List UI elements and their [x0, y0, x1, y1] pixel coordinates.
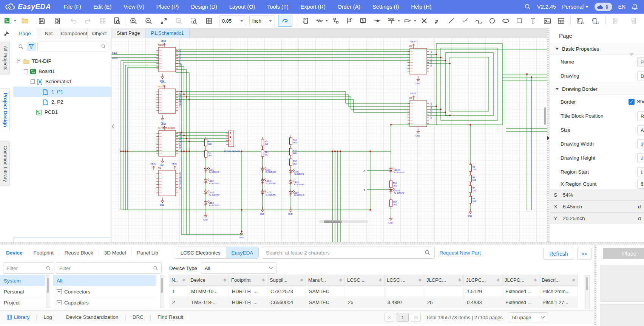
power-vcc-button[interactable]: VCC — [386, 15, 397, 26]
language-switch[interactable]: EN — [618, 4, 625, 10]
region-start-select[interactable]: L — [637, 167, 644, 177]
account-menu[interactable]: Personal — [562, 4, 588, 10]
x-region-count-input[interactable]: 6 — [637, 179, 644, 189]
col-header-5[interactable]: LCSC ... — [345, 275, 385, 286]
new-design-caret[interactable] — [14, 20, 16, 22]
port-flag-button[interactable] — [402, 15, 414, 26]
gnd-flag[interactable] — [289, 207, 292, 212]
place-net-port-button[interactable] — [330, 15, 341, 26]
resistor-R19[interactable] — [290, 135, 292, 147]
section-drawing-border[interactable]: Drawing Border — [550, 83, 644, 95]
panel-tab-page[interactable]: Page — [13, 28, 37, 39]
gnd-flag[interactable] — [389, 216, 392, 220]
rail-tab-all-projects[interactable]: All Projects — [0, 42, 10, 75]
dock-tab-panel-lib[interactable]: Panel Lib — [131, 250, 163, 256]
tree-item-2-p2[interactable]: 2. P2 — [13, 97, 111, 107]
draw-bezier-button[interactable] — [473, 15, 484, 26]
port-flag-caret[interactable] — [414, 20, 416, 22]
grid-settings-button[interactable] — [203, 15, 215, 26]
resistor-R5[interactable] — [469, 162, 472, 174]
bottom-tab-drc[interactable]: DRC — [126, 314, 151, 320]
open-folder-button[interactable] — [19, 15, 31, 26]
vbus-flag[interactable] — [174, 166, 176, 170]
col-header-0[interactable]: N.. — [169, 275, 188, 286]
dock-tab-reuse-block[interactable]: Reuse Block — [59, 250, 99, 256]
expand-dock-button[interactable]: >> — [577, 248, 591, 260]
schematic-canvas[interactable]: REG-ASN74HC161N(LX)REG-BSN74HC161N(LX)OU… — [111, 38, 547, 242]
request-new-part-link[interactable]: Request New Part — [439, 250, 481, 256]
bottom-tab-device-standardization[interactable]: Device Standardization — [59, 314, 126, 320]
menu-design[interactable]: Design (D) — [185, 4, 223, 10]
gnd-flag[interactable] — [161, 115, 164, 120]
draw-arc-button[interactable] — [459, 15, 471, 26]
title-block-select[interactable]: R — [637, 111, 644, 121]
resistor-R17[interactable] — [390, 197, 392, 209]
menu-export[interactable]: Export (R) — [295, 4, 332, 10]
source-tab-lcsc-electronics[interactable]: LCSC Electronics — [175, 247, 226, 258]
easyeda-logo[interactable]: EasyEDA — [0, 3, 58, 11]
tree-item-pcb1[interactable]: PCB1 — [13, 107, 111, 117]
tree-expand-toggle[interactable] — [24, 69, 28, 73]
place-button[interactable]: Place — [603, 248, 644, 259]
bottom-tab-log[interactable]: Log — [37, 314, 59, 320]
fit-screen-button[interactable] — [158, 15, 169, 26]
annotate-symbol-button[interactable]: 1↓ — [590, 15, 601, 26]
col-header-1[interactable]: Device — [188, 275, 229, 286]
tree-item-td4-dip[interactable]: TD4-DIP — [13, 56, 111, 66]
col-header-7[interactable]: JLCPC... — [424, 275, 464, 286]
gnd-flag[interactable] — [469, 209, 472, 214]
last-page-button[interactable]: >| — [411, 313, 421, 322]
vbus-flag[interactable] — [412, 96, 415, 100]
find-component-button[interactable] — [111, 15, 123, 26]
zoom-area-button[interactable] — [188, 15, 199, 26]
class-capacitors[interactable]: Capacitors — [53, 297, 156, 308]
menu-edit[interactable]: Edit (E) — [87, 4, 117, 10]
doc-tab-start-page[interactable]: Start Page — [111, 28, 145, 38]
col-header-9[interactable]: JLCPC... — [502, 275, 539, 286]
col-header-2[interactable]: Footprint — [229, 275, 267, 286]
tree-item-schematic1[interactable]: Schematic1 — [13, 76, 111, 87]
wire-tool-button[interactable] — [278, 15, 292, 27]
doc-tab-p1-schematic1[interactable]: P1.Schematic1 — [145, 28, 189, 38]
panel-tab-object[interactable]: Object — [88, 28, 111, 39]
place-table-button[interactable] — [555, 15, 567, 26]
ic-PC[interactable] — [156, 170, 178, 196]
expand-plus-icon[interactable] — [57, 289, 62, 294]
tree-filter-icon[interactable] — [27, 42, 36, 51]
no-connect-button[interactable] — [419, 15, 430, 26]
per-page-select[interactable]: 50 /page — [509, 312, 548, 322]
gnd-flag[interactable] — [204, 213, 207, 217]
panel-tab-component[interactable]: Component — [61, 28, 88, 39]
table-row[interactable]: 1MTMM-10...HDR-TH_...C7312573SAMTEC1.512… — [169, 286, 591, 297]
zoom-selection-button[interactable] — [173, 15, 184, 26]
resistor-R2[interactable] — [205, 148, 207, 160]
menu-help[interactable]: Help (H) — [405, 4, 437, 10]
collapse-right-panel-icon[interactable] — [547, 135, 550, 141]
place-image-button[interactable] — [542, 15, 553, 26]
ic-REG-B[interactable] — [156, 89, 178, 113]
col-header-6[interactable]: LCSC ... — [385, 275, 424, 286]
col-header-10[interactable]: Descri... — [539, 275, 578, 286]
draw-rect-button[interactable] — [514, 15, 525, 26]
resistor-caret[interactable] — [326, 20, 328, 22]
tree-item-1-p1[interactable]: 1. P1 — [13, 87, 111, 97]
resistor-R23[interactable] — [261, 137, 264, 148]
ic-REG-A[interactable] — [156, 47, 178, 72]
category-project[interactable]: Project — [0, 297, 45, 308]
net-flag-button[interactable] — [372, 15, 383, 26]
align-left-button[interactable] — [610, 15, 622, 26]
drawing-height-input[interactable]: 2 — [637, 153, 644, 163]
name-input[interactable]: P — [637, 57, 644, 67]
bottom-tab-library[interactable]: Library — [0, 314, 37, 320]
drawing-width-input[interactable]: 3 — [637, 139, 644, 149]
category-filter-input[interactable]: Filter — [3, 262, 54, 274]
pin-panel-icon[interactable] — [3, 31, 9, 37]
first-page-button[interactable]: |< — [385, 313, 394, 322]
save-history-button[interactable] — [52, 15, 63, 26]
power-vcc-caret[interactable] — [398, 20, 400, 22]
zoom-in-button[interactable] — [128, 15, 139, 26]
rail-tab-common-library[interactable]: Common Library — [0, 141, 10, 186]
collapse-left-panel-icon[interactable]: ❮ — [111, 121, 114, 131]
menu-place[interactable]: Place (P) — [150, 4, 185, 10]
resistor-R24[interactable] — [261, 147, 264, 159]
